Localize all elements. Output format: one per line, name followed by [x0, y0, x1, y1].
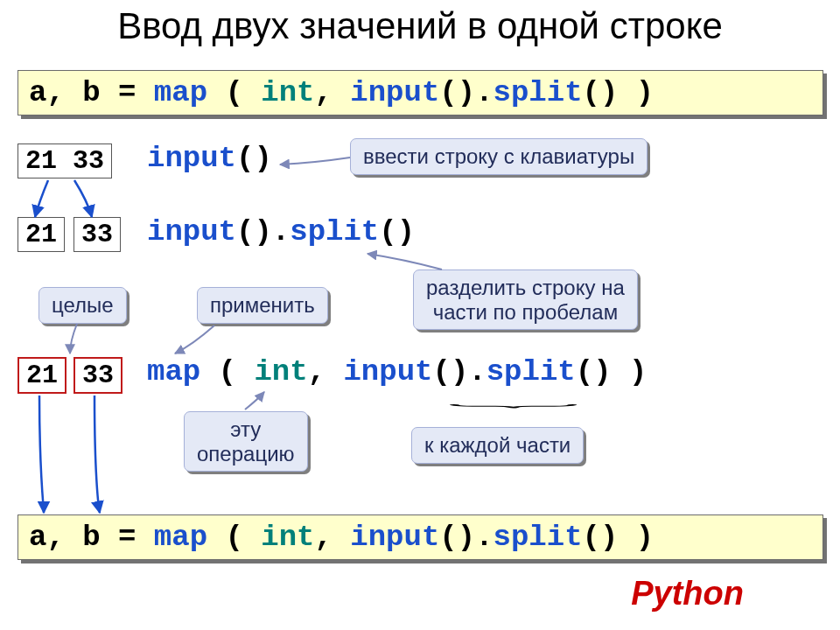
code-token: input: [147, 215, 236, 248]
code-token: input: [147, 142, 236, 175]
code-token: int: [261, 521, 314, 554]
code-token: split: [486, 355, 576, 388]
code-token: int: [254, 355, 307, 388]
callout-line: разделить строку на: [426, 276, 625, 299]
code-token: ,: [314, 521, 350, 554]
code-line-input: input(): [147, 142, 272, 175]
footer-language: Python: [631, 575, 744, 612]
code-token: ().: [439, 76, 493, 109]
callout-keyboard-input: ввести строку с клавиатуры: [350, 138, 648, 175]
code-token: ,: [308, 355, 344, 388]
value-box-33-int: 33: [74, 357, 122, 394]
code-token: (: [207, 76, 261, 109]
code-token: (: [207, 521, 261, 554]
page-title: Ввод двух значений в одной строке: [0, 5, 840, 47]
value-box-21: 21: [18, 217, 65, 252]
callout-split-by-spaces: разделить строку на части по пробелам: [413, 270, 638, 330]
value-box-21-int: 21: [18, 357, 66, 394]
code-token: () ): [583, 521, 654, 554]
code-token: ().: [236, 215, 290, 248]
code-token: split: [290, 215, 379, 248]
code-line-input-split: input().split(): [147, 215, 415, 248]
code-token: (): [379, 215, 415, 248]
code-token: input: [343, 355, 432, 388]
code-token: split: [494, 521, 583, 554]
callout-apply: применить: [197, 287, 328, 324]
code-token: () ): [576, 355, 648, 388]
code-token: input: [350, 76, 439, 109]
code-bar-bottom: a, b = map ( int, input().split() ): [18, 514, 823, 560]
code-token: int: [261, 76, 314, 109]
callout-integers: целые: [38, 287, 127, 324]
code-token: (: [200, 355, 254, 388]
code-token: (): [236, 142, 272, 175]
code-token: ().: [433, 355, 486, 388]
code-token: ().: [439, 521, 493, 554]
code-bar-top: a, b = map ( int, input().split() ): [18, 70, 823, 116]
callout-this-operation: эту операцию: [184, 411, 308, 472]
code-token: map: [147, 355, 200, 388]
code-token: map: [154, 521, 207, 554]
code-token: a, b =: [29, 76, 154, 109]
code-line-map: map ( int, input().split() ): [147, 355, 647, 388]
callout-line: операцию: [197, 442, 295, 466]
code-token: ,: [314, 76, 350, 109]
code-token: split: [494, 76, 583, 109]
code-token: input: [350, 521, 439, 554]
code-token: map: [154, 76, 207, 109]
code-token: a, b =: [29, 521, 154, 554]
brace-icon: ⏟: [450, 387, 575, 409]
code-token: () ): [583, 76, 654, 109]
callout-line: части по пробелам: [433, 300, 619, 324]
value-box-pair: 21 33: [18, 144, 112, 178]
callout-line: эту: [230, 417, 261, 441]
value-box-33: 33: [74, 217, 121, 252]
callout-each-part: к каждой части: [411, 427, 584, 464]
